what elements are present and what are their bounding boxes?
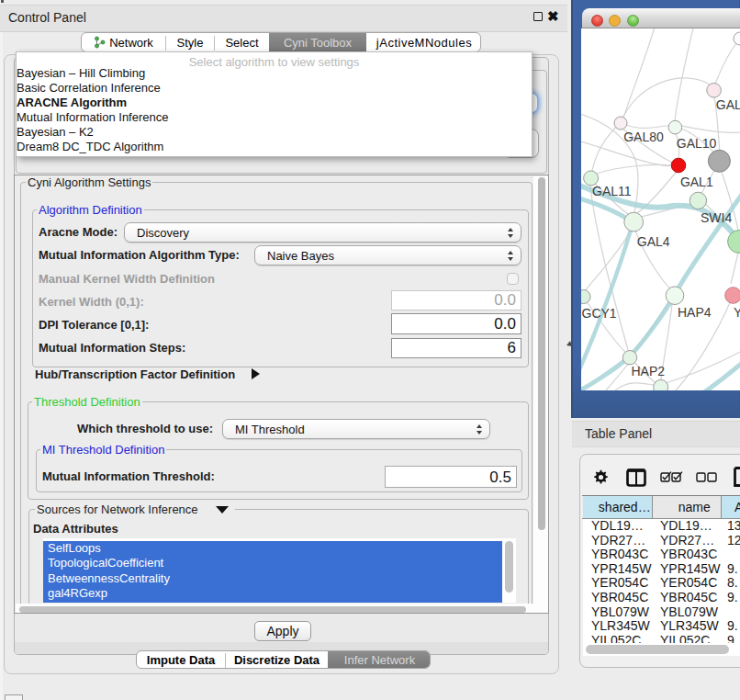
- svg-text:GAL11: GAL11: [592, 184, 632, 198]
- svg-text:YE: YE: [734, 305, 740, 320]
- svg-text:GAL10: GAL10: [677, 136, 717, 151]
- svg-text:SWI4: SWI4: [701, 210, 732, 225]
- svg-text:GAL2: GAL2: [716, 97, 740, 112]
- svg-text:GCY1: GCY1: [582, 306, 617, 321]
- svg-text:GAL1: GAL1: [680, 175, 713, 189]
- svg-text:GAL80: GAL80: [623, 130, 664, 144]
- svg-text:GAL4: GAL4: [637, 234, 670, 249]
- svg-text:HAP2: HAP2: [632, 364, 666, 378]
- svg-text:HAP4: HAP4: [678, 305, 712, 320]
